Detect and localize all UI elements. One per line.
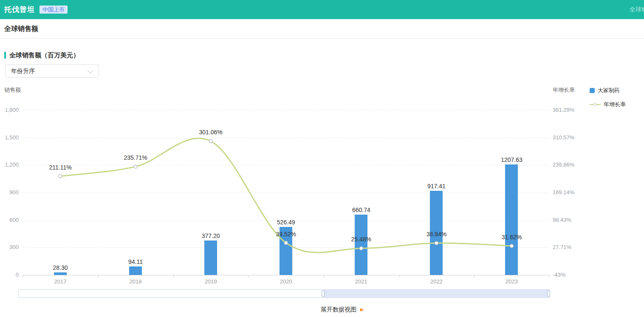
datazoom-right-handle[interactable]	[547, 290, 550, 297]
left-axis-tick-label: 0	[0, 272, 19, 278]
datazoom-selected-range[interactable]	[323, 290, 549, 297]
datazoom-left-handle[interactable]	[322, 290, 325, 297]
line-point-2018[interactable]	[134, 165, 137, 168]
bar-value-label: 28.30	[41, 264, 79, 271]
bar-2017[interactable]	[54, 272, 67, 275]
china-listed-badge: 中国上市	[40, 6, 68, 14]
left-axis-tick-label: 600	[0, 217, 19, 223]
bar-value-label: 1207.63	[492, 156, 531, 163]
bar-value-label: 377.20	[192, 232, 230, 239]
right-axis-tick-label: 98.43%	[553, 217, 571, 223]
chart-legend: 大冢制药 年增长率	[590, 87, 626, 115]
x-axis-tick	[549, 275, 550, 277]
expand-arrow-icon: ▶	[360, 307, 364, 312]
bar-2023[interactable]	[505, 164, 518, 275]
expand-data-view-link[interactable]: 展开数据视图 ▶	[321, 306, 364, 314]
x-axis-label: 2022	[419, 278, 453, 285]
left-axis-tick-label: 300	[0, 244, 19, 250]
x-axis-label: 2017	[43, 278, 77, 285]
line-series-icon	[590, 104, 601, 105]
x-axis-tick	[23, 275, 23, 277]
x-axis-label: 2023	[494, 278, 528, 285]
x-axis-tick	[324, 275, 324, 277]
left-axis-tick-label: 1,200	[0, 162, 19, 168]
x-axis-label: 2018	[119, 278, 153, 285]
bar-value-label: 660.74	[342, 207, 380, 213]
bar-series-icon	[590, 88, 595, 93]
line-point-2017[interactable]	[59, 175, 62, 178]
x-axis-line	[23, 275, 550, 275]
gridline	[23, 165, 550, 165]
x-axis-label: 2020	[269, 278, 303, 285]
bar-value-label: 526.49	[267, 219, 305, 226]
x-axis-tick	[474, 275, 475, 277]
bar-2019[interactable]	[204, 241, 217, 275]
bar-value-label: 917.41	[417, 183, 455, 190]
x-axis-tick	[399, 275, 399, 277]
line-point-2019[interactable]	[209, 139, 212, 143]
drug-title: 托伐普坦	[4, 0, 35, 19]
x-axis-tick	[98, 275, 99, 277]
right-axis-title: 年增长率	[553, 86, 575, 94]
sales-chart: 销售额 年增长率 大冢制药 年增长率 1,800381.29%1,500310.…	[0, 0, 644, 317]
gridline	[23, 138, 550, 138]
line-value-label: 31.62%	[492, 234, 531, 241]
gridline	[23, 192, 550, 193]
x-axis-tick	[173, 275, 174, 277]
app-root: 托伐普坦 中国上市 全球销售额 全球销售额 全球销售额（百万美元） 年份升序 销…	[0, 0, 644, 317]
datazoom-slider[interactable]	[18, 289, 550, 298]
app-header: 托伐普坦 中国上市 全球销售额	[0, 0, 644, 19]
left-axis-title: 销售额	[4, 86, 21, 94]
header-nav-item[interactable]: 全球销售额	[630, 0, 644, 19]
right-axis-tick-label: 310.57%	[553, 135, 574, 141]
legend-label-line-series: 年增长率	[604, 101, 626, 108]
right-axis-tick-label: 239.86%	[553, 162, 574, 168]
x-axis-tick	[249, 275, 249, 277]
bar-2018[interactable]	[129, 266, 142, 275]
bar-value-label: 94.11	[116, 258, 155, 265]
right-axis-tick-label: 169.14%	[553, 190, 574, 195]
bar-2021[interactable]	[355, 215, 367, 275]
legend-item-bar-series[interactable]: 大冢制药	[590, 87, 626, 94]
x-axis-label: 2021	[344, 278, 378, 285]
line-value-label: 235.71%	[116, 154, 155, 161]
line-value-label: 39.52%	[267, 231, 305, 238]
x-axis-label: 2019	[194, 278, 228, 285]
line-value-label: 301.06%	[192, 129, 230, 136]
left-axis-tick-label: 1,800	[0, 107, 19, 113]
line-value-label: 211.11%	[41, 164, 79, 171]
right-axis-tick-label: 27.71%	[553, 244, 571, 250]
gridline	[23, 110, 550, 110]
legend-label-bar-series: 大冢制药	[598, 87, 620, 94]
line-value-label: 25.48%	[342, 236, 380, 243]
right-axis-tick-label: 381.29%	[553, 107, 574, 113]
legend-item-line-series[interactable]: 年增长率	[590, 101, 626, 108]
left-axis-tick-label: 900	[0, 190, 19, 195]
line-value-label: 38.94%	[417, 231, 455, 238]
expand-label: 展开数据视图	[321, 306, 356, 313]
right-axis-tick-label: -43%	[553, 272, 565, 278]
left-axis-tick-label: 1,500	[0, 135, 19, 141]
growth-line-layer	[0, 0, 644, 317]
